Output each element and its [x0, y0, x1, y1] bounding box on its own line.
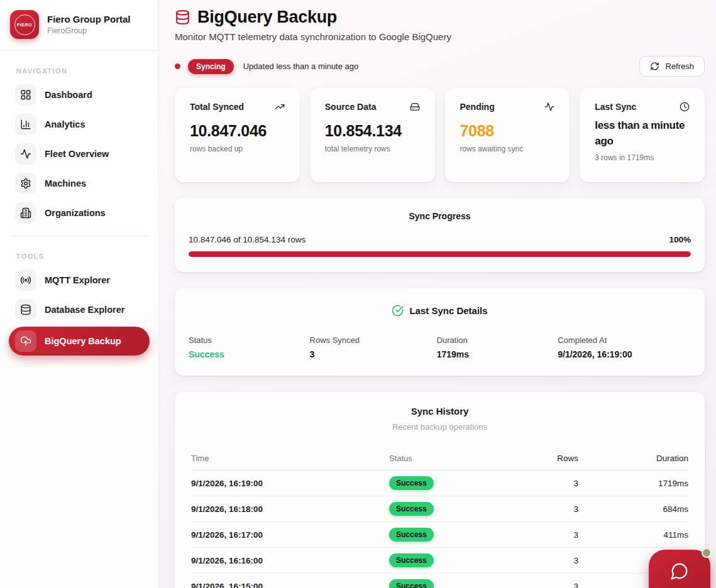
cloud-upload-icon	[15, 330, 36, 352]
stat-value: 7088	[460, 122, 555, 140]
stat-caption: total telemetry rows	[325, 144, 420, 153]
tools-list: MQTT Explorer Database Explorer BigQuery…	[0, 268, 158, 356]
page-title: BigQuery Backup	[197, 8, 337, 27]
progress-bar	[189, 251, 691, 257]
gear-icon	[15, 173, 36, 194]
chat-button[interactable]	[649, 550, 710, 588]
detail-label: Duration	[437, 335, 558, 345]
hard-drive-icon	[410, 102, 420, 112]
brand-logo-icon: FIERO	[10, 10, 39, 39]
detail-value: 1719ms	[437, 349, 558, 359]
cell-rows: 3	[550, 582, 578, 588]
sidebar-item-label: Database Explorer	[45, 305, 124, 315]
sync-history-subtitle: Recent backup operations	[191, 422, 688, 432]
detail-value: 3	[310, 349, 437, 359]
cell-rows: 3	[550, 479, 578, 488]
sync-history-title: Sync History	[191, 406, 688, 416]
cell-rows: 3	[550, 530, 578, 540]
stat-card-source-data: Source Data 10.854.134 total telemetry r…	[310, 88, 435, 182]
cell-duration: 411ms	[578, 530, 688, 540]
table-row: 9/1/2026, 16:16:00 Success 3	[191, 548, 688, 574]
brand: FIERO Fiero Group Portal FieroGroup	[0, 0, 158, 51]
brand-title: Fiero Group Portal	[47, 14, 131, 24]
status-badge: Success	[389, 579, 434, 588]
status-badge: Success	[389, 553, 434, 567]
table-row: 9/1/2026, 16:18:00 Success 3 684ms	[191, 496, 688, 522]
stat-cards: Total Synced 10.847.046 rows backed up S…	[175, 88, 705, 182]
stat-card-pending: Pending 7088 rows awaiting sync	[445, 88, 570, 182]
syncing-badge: Syncing	[188, 59, 234, 74]
detail-value: 9/1/2026, 16:19:00	[558, 349, 691, 359]
brand-seal: FIERO	[14, 14, 35, 35]
stat-label: Last Sync	[595, 102, 636, 112]
cell-time: 9/1/2026, 16:17:00	[191, 530, 389, 540]
stat-caption: 3 rows in 1719ms	[595, 153, 690, 162]
status-dot	[175, 63, 180, 69]
detail-label: Rows Synced	[310, 335, 437, 345]
sidebar-item-label: Organizations	[45, 208, 106, 218]
status-row: Syncing Updated less than a minute ago R…	[175, 56, 705, 77]
sidebar-item-label: BigQuery Backup	[45, 336, 121, 346]
refresh-icon	[650, 62, 659, 71]
sidebar-item-label: Machines	[45, 178, 86, 188]
page-subtitle: Monitor MQTT telemetry data synchronizat…	[175, 31, 705, 42]
stat-caption: rows backed up	[190, 144, 285, 153]
detail-completed-at: Completed At 9/1/2026, 16:19:00	[558, 335, 691, 359]
brand-subtitle: FieroGroup	[47, 26, 131, 35]
building-icon	[15, 202, 36, 224]
updated-text: Updated less than a minute ago	[243, 62, 359, 71]
cell-duration: 684ms	[578, 504, 688, 514]
sidebar-item-organizations[interactable]: Organizations	[9, 200, 150, 226]
sidebar-item-fleet-overview[interactable]: Fleet Overview	[9, 141, 150, 166]
stat-label: Total Synced	[190, 102, 244, 112]
status-badge: Success	[389, 502, 434, 516]
cell-time: 9/1/2026, 16:19:00	[191, 479, 389, 488]
refresh-label: Refresh	[665, 62, 694, 71]
grid-icon	[15, 84, 36, 106]
sidebar-item-database-explorer[interactable]: Database Explorer	[9, 297, 150, 322]
radio-icon	[15, 270, 36, 291]
sidebar-item-label: Fleet Overview	[45, 149, 109, 159]
detail-value: Success	[189, 349, 310, 359]
check-circle-icon	[392, 305, 404, 317]
status-badge: Success	[389, 528, 434, 542]
trending-up-icon	[275, 102, 285, 112]
cell-duration: 1719ms	[578, 479, 688, 488]
main-content: BigQuery Backup Monitor MQTT telemetry d…	[159, 0, 716, 588]
detail-label: Completed At	[558, 335, 691, 345]
nav-section-label: NAVIGATION	[16, 67, 158, 75]
sync-progress-title: Sync Progress	[189, 211, 691, 221]
activity-icon	[15, 143, 36, 165]
sidebar-item-machines[interactable]: Machines	[9, 171, 150, 196]
table-row: 9/1/2026, 16:19:00 Success 3 1719ms	[191, 471, 688, 496]
stat-value: less than a minute ago	[595, 118, 690, 149]
stat-label: Source Data	[325, 102, 377, 112]
sync-history-card: Sync History Recent backup operations Ti…	[175, 392, 705, 588]
detail-rows-synced: Rows Synced 3	[310, 335, 437, 359]
refresh-button[interactable]: Refresh	[639, 56, 705, 77]
sidebar-item-analytics[interactable]: Analytics	[9, 112, 150, 137]
activity-icon	[544, 102, 554, 112]
stat-card-last-sync: Last Sync less than a minute ago 3 rows …	[580, 88, 705, 182]
detail-duration: Duration 1719ms	[437, 335, 558, 359]
page-header: BigQuery Backup	[175, 8, 705, 27]
progress-bar-fill	[189, 251, 691, 257]
sidebar-item-mqtt-explorer[interactable]: MQTT Explorer	[9, 268, 150, 293]
sidebar-item-label: MQTT Explorer	[45, 275, 110, 285]
progress-percent: 100%	[669, 235, 691, 244]
column-header-time: Time	[191, 454, 389, 463]
stat-value: 10.854.134	[325, 122, 420, 140]
sidebar: FIERO Fiero Group Portal FieroGroup NAVI…	[0, 0, 159, 588]
stat-caption: rows awaiting sync	[460, 144, 555, 153]
tools-section-label: TOOLS	[16, 253, 158, 260]
stat-card-total-synced: Total Synced 10.847.046 rows backed up	[175, 88, 300, 182]
chat-bubble-icon	[670, 562, 689, 588]
column-header-rows: Rows	[550, 454, 578, 463]
sidebar-item-bigquery-backup[interactable]: BigQuery Backup	[9, 327, 150, 356]
column-header-duration: Duration	[578, 454, 688, 463]
stat-label: Pending	[460, 102, 495, 112]
notification-dot	[702, 548, 712, 558]
bar-chart-icon	[15, 114, 36, 135]
sidebar-item-dashboard[interactable]: Dashboard	[9, 82, 150, 107]
database-icon	[15, 299, 36, 320]
